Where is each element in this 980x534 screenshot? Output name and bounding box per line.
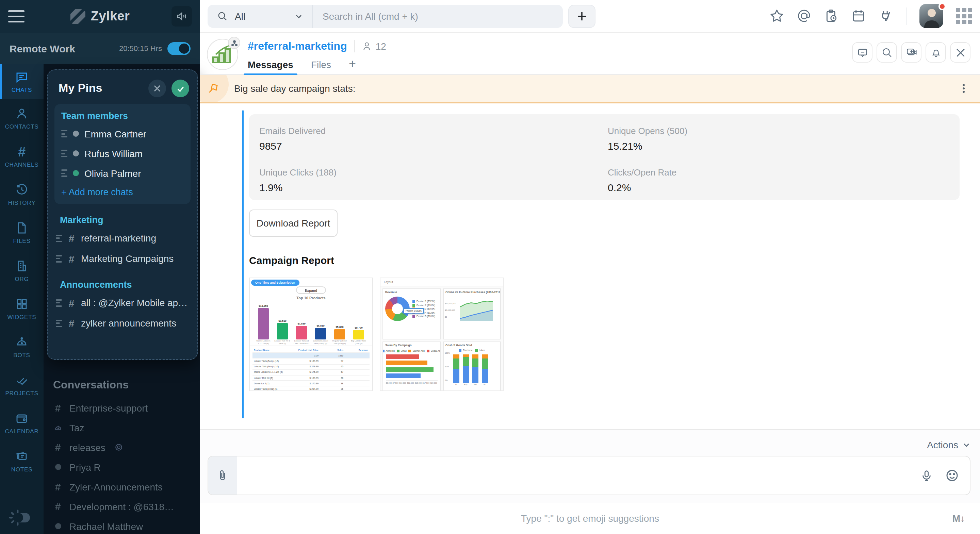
global-search[interactable]: All Search in All (cmd + k) bbox=[208, 5, 563, 27]
channel-threads-button[interactable] bbox=[852, 42, 872, 63]
attach-file-button[interactable] bbox=[208, 456, 237, 494]
pinned-message-bar[interactable]: Big sale day campaign stats: bbox=[200, 75, 980, 103]
message-input[interactable] bbox=[237, 456, 920, 494]
pinned-member-rufus[interactable]: Rufus William bbox=[60, 143, 185, 163]
message-input-box[interactable] bbox=[208, 456, 970, 495]
sidebar-item-files[interactable]: FILES bbox=[0, 214, 43, 252]
sidebar-item-history[interactable]: HISTORY bbox=[0, 175, 43, 214]
markdown-toggle[interactable]: M↓ bbox=[953, 513, 965, 524]
actions-dropdown[interactable]: Actions bbox=[208, 439, 970, 450]
voice-message-button[interactable] bbox=[920, 469, 933, 482]
channel-search-button[interactable] bbox=[877, 42, 897, 63]
drag-handle-icon[interactable] bbox=[56, 299, 62, 307]
hamburger-menu-icon[interactable] bbox=[8, 10, 24, 22]
close-channel-button[interactable] bbox=[950, 42, 970, 63]
report-thumbnail-1[interactable]: One-Time and Subscription Expand Top 10 … bbox=[249, 278, 373, 391]
sidebar-item-calendar[interactable]: CALENDAR bbox=[0, 404, 43, 442]
pins-team-group: Team members Emma Cartner Rufus William bbox=[54, 104, 191, 204]
hash-icon: # bbox=[67, 253, 76, 264]
message-focus-line bbox=[242, 110, 243, 418]
add-tab-button[interactable]: + bbox=[349, 57, 356, 76]
drag-handle-icon[interactable] bbox=[56, 319, 62, 327]
add-more-chats-link[interactable]: + Add more chats bbox=[60, 183, 185, 197]
new-chat-button[interactable] bbox=[568, 5, 595, 27]
pinned-channel-all[interactable]: # all : @Zylker Mobile app… bbox=[54, 292, 191, 313]
sidebar-item-projects[interactable]: PROJECTS bbox=[0, 366, 43, 404]
channel-avatar[interactable] bbox=[207, 39, 238, 70]
channel-title[interactable]: #referral-marketing bbox=[248, 40, 347, 52]
conversation-rachael-matthew[interactable]: Rachael Matthew bbox=[53, 516, 196, 534]
pinned-member-emma[interactable]: Emma Cartner bbox=[60, 124, 185, 143]
sidebar-item-org[interactable]: ORG bbox=[0, 252, 43, 290]
report-thumbnail-2[interactable]: Layout Revenue Product 1 ($325K)Product … bbox=[380, 278, 504, 391]
mentions-button[interactable] bbox=[797, 9, 811, 23]
conversation-enterprise-support[interactable]: # Enterprise-support bbox=[53, 398, 196, 418]
status-label: Remote Work bbox=[10, 43, 114, 54]
sidebar-item-notes[interactable]: NOTES bbox=[0, 442, 43, 480]
pinned-menu-button[interactable] bbox=[958, 83, 969, 94]
channel-tabs: Messages Files + bbox=[248, 57, 386, 76]
pinned-member-olivia[interactable]: Olivia Palmer bbox=[60, 163, 185, 183]
conversation-zyler-announcements[interactable]: # Zyler-Announcements bbox=[53, 477, 196, 497]
sidebar-item-chats[interactable]: CHATS bbox=[0, 64, 43, 99]
mini-bar bbox=[386, 367, 437, 372]
my-pins-panel: My Pins Team members Emma bbox=[47, 69, 198, 360]
emoji-button[interactable] bbox=[945, 469, 959, 482]
conversation-releases[interactable]: # releases bbox=[53, 437, 196, 457]
legend-item: Product 2 ($187K) bbox=[412, 304, 435, 307]
notifications-button[interactable] bbox=[926, 42, 946, 63]
kebab-menu-icon bbox=[958, 83, 969, 94]
pins-confirm-button[interactable] bbox=[172, 79, 189, 97]
composer: Actions bbox=[200, 429, 980, 503]
pins-cancel-button[interactable] bbox=[148, 79, 166, 97]
group-title: Team members bbox=[60, 110, 185, 124]
checkin-toggle[interactable] bbox=[167, 42, 191, 55]
conversation-development[interactable]: # Development : @6318… bbox=[53, 497, 196, 516]
drag-handle-icon[interactable] bbox=[56, 255, 62, 262]
pending-tasks-button[interactable] bbox=[824, 9, 838, 23]
integrations-button[interactable] bbox=[878, 9, 893, 23]
mini-table-row: Dinner for 2 (7)$ 175.9938 bbox=[253, 381, 369, 386]
bell-icon bbox=[930, 47, 942, 58]
search-placeholder: Search in All (cmd + k) bbox=[313, 11, 428, 21]
pinned-channel-referral-marketing[interactable]: # referral-marketing bbox=[54, 228, 191, 248]
download-report-button[interactable]: Download Report bbox=[249, 210, 337, 237]
pinned-channel-marketing-campaigns[interactable]: # Marketing Campaigns bbox=[54, 248, 191, 269]
chevron-down-icon bbox=[962, 441, 970, 449]
campaign-legend: AdwordsEmailBanner AdsSocial Ads bbox=[386, 350, 437, 352]
presence-dot bbox=[53, 523, 63, 529]
drag-handle-icon[interactable] bbox=[61, 130, 67, 137]
conversation-priya-r[interactable]: Priya R bbox=[53, 457, 196, 477]
conversation-taz[interactable]: Taz bbox=[53, 418, 196, 437]
hash-icon: # bbox=[53, 402, 63, 413]
mini-table-row: Lobster Tails (9oz) / (10)$ 279.9945 bbox=[253, 364, 369, 370]
pinned-channel-zylker-announcements[interactable]: # zylker announcements bbox=[54, 313, 191, 333]
member-count[interactable]: 12 bbox=[361, 41, 386, 52]
sidebar-item-widgets[interactable]: WIDGETS bbox=[0, 290, 43, 328]
presence-dot bbox=[53, 464, 63, 470]
drag-handle-icon[interactable] bbox=[56, 234, 62, 242]
apps-grid-button[interactable] bbox=[956, 8, 972, 24]
legend-item: Adwords bbox=[382, 350, 395, 352]
group-title: Announcements bbox=[59, 278, 191, 292]
sidebar-item-channels[interactable]: # CHANNELS bbox=[0, 137, 43, 175]
starred-messages-button[interactable] bbox=[770, 9, 784, 23]
search-scope-dropdown[interactable]: All bbox=[208, 11, 312, 21]
drag-handle-icon[interactable] bbox=[61, 149, 67, 157]
legend-item: Banner Ads bbox=[409, 350, 425, 352]
user-avatar[interactable] bbox=[920, 4, 943, 28]
org-icon bbox=[15, 259, 29, 273]
theme-toggle[interactable] bbox=[8, 508, 35, 527]
start-meeting-button[interactable] bbox=[901, 42, 921, 63]
sound-toggle-button[interactable] bbox=[172, 6, 192, 27]
tab-messages[interactable]: Messages bbox=[248, 59, 293, 76]
mini-bar: $5,880Regular Lobster Tails (5oz) (8) bbox=[331, 326, 348, 346]
report-thumb-1-table: Product NameProduct Unit PriceSalesReven… bbox=[250, 346, 372, 391]
legend-item: Product 1 ($325K) bbox=[412, 300, 435, 303]
sidebar-item-bots[interactable]: BOTS bbox=[0, 328, 43, 366]
calendar-button[interactable] bbox=[851, 9, 865, 23]
video-plus-icon bbox=[905, 46, 917, 59]
tab-files[interactable]: Files bbox=[311, 59, 331, 76]
drag-handle-icon[interactable] bbox=[61, 169, 67, 177]
sidebar-item-contacts[interactable]: CONTACTS bbox=[0, 99, 43, 137]
